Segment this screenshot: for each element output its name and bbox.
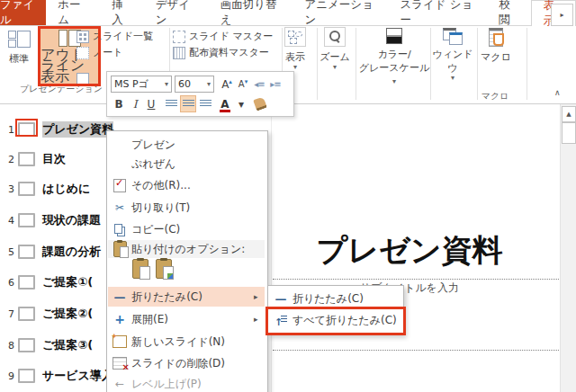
color-grayscale-label-2: グレースケール ▾: [358, 61, 430, 86]
menu-item-suggestion-2[interactable]: ぷれぜん: [108, 155, 265, 173]
slide-icon[interactable]: [18, 245, 35, 259]
tab-transitions[interactable]: 画面切り替え: [209, 0, 293, 25]
submenu-item-collapse[interactable]: — 折りたたみ(C): [269, 289, 400, 308]
spellcheck-icon: ✓: [113, 179, 126, 192]
bold-button[interactable]: B: [112, 96, 126, 111]
tab-file[interactable]: ファイル: [0, 0, 46, 25]
vertical-scrollbar[interactable]: ▲: [560, 103, 576, 392]
tab-home[interactable]: ホーム: [46, 0, 100, 25]
scrollbar-thumb[interactable]: [562, 122, 576, 144]
tab-review[interactable]: 校閲: [487, 0, 530, 25]
align-center-icon: [183, 100, 194, 108]
submenu-arrow-icon: ▸: [254, 315, 265, 324]
normal-view-label: 標準: [9, 52, 29, 66]
outline-row-5[interactable]: 5 課題の分析: [0, 244, 101, 260]
slide-title-text[interactable]: サービス導入: [42, 368, 113, 384]
zoom-button[interactable]: ズーム ▾: [317, 27, 353, 71]
handout-master-button[interactable]: 配布資料マスター: [173, 46, 269, 59]
group-separator: [526, 28, 527, 100]
show-button[interactable]: 表示 ▾: [277, 27, 313, 71]
notes-button[interactable]: ノート: [76, 46, 123, 59]
tab-scroll-right-button[interactable]: ▸: [551, 4, 573, 26]
slide-title-placeholder[interactable]: プレゼン資料: [270, 230, 549, 272]
slide-title-text[interactable]: ご提案③(: [42, 337, 93, 353]
font-size-dropdown-icon: ▾: [207, 81, 211, 88]
scroll-up-button[interactable]: ▲: [562, 106, 576, 122]
menu-item-delete-slide[interactable]: ✕ スライドの削除(D): [108, 353, 265, 373]
color-grayscale-button[interactable]: カラー/ グレースケール ▾: [358, 28, 430, 86]
macro-group-label: マクロ: [475, 90, 515, 102]
outline-row-1[interactable]: 1 プレゼン資料: [0, 121, 113, 138]
slide-master-icon: [173, 31, 185, 43]
slide-title-text[interactable]: ご提案①(: [42, 274, 93, 290]
slide-icon[interactable]: [18, 122, 35, 137]
outline-row-6[interactable]: 6 ご提案①(: [0, 274, 93, 290]
format-painter-button[interactable]: [253, 96, 267, 111]
menu-item-more-suggestions[interactable]: ✓ その他(R)...: [108, 175, 265, 195]
slide-sorter-label: スライド一覧: [93, 30, 153, 43]
slide-title-text[interactable]: はじめに: [42, 181, 90, 197]
slide-master-button[interactable]: スライド マスター: [173, 30, 273, 43]
menu-item-expand[interactable]: + 展開(E) ▸: [108, 309, 265, 329]
slide-icon[interactable]: [18, 213, 35, 227]
menu-item-collapse[interactable]: — 折りたたみ(C) ▸: [108, 287, 265, 307]
tab-slideshow[interactable]: スライド ショー: [389, 0, 488, 25]
italic-button[interactable]: I: [128, 96, 142, 111]
slide-icon[interactable]: [18, 338, 35, 352]
slide-title-text[interactable]: プレゼン資料: [42, 121, 113, 138]
font-color-dropdown-icon: ▾: [238, 101, 244, 108]
font-color-button[interactable]: A: [218, 96, 232, 111]
align-right-button[interactable]: [198, 96, 212, 111]
grow-font-button[interactable]: A▴: [220, 76, 234, 92]
slide-icon[interactable]: [18, 307, 35, 321]
font-size-value: 60: [178, 78, 191, 90]
notes-icon: [76, 47, 89, 59]
outline-row-9[interactable]: 9 サービス導入: [0, 368, 113, 384]
slide-icon[interactable]: [18, 369, 35, 383]
collapse-ribbon-button[interactable]: ∧: [554, 88, 561, 97]
paste-keep-formatting-button[interactable]: [132, 259, 148, 279]
menu-item-suggestion-1[interactable]: プレゼン: [108, 136, 265, 154]
align-left-button[interactable]: [164, 96, 178, 111]
scroll-right-icon: ▸: [560, 11, 563, 19]
outline-row-7[interactable]: 7 ご提案②(: [0, 306, 93, 322]
placeholder-border: [273, 350, 559, 351]
menu-item-copy[interactable]: コピー(C): [108, 219, 265, 239]
slide-sorter-button[interactable]: スライド一覧: [76, 30, 153, 43]
macro-button[interactable]: マクロ: [477, 28, 515, 64]
slide-title-text[interactable]: 課題の分析: [42, 244, 101, 260]
submenu-item-collapse-all[interactable]: ↑ すべて折りたたみ(C): [269, 310, 400, 330]
slide-title-text[interactable]: 目次: [42, 151, 66, 167]
menu-item-new-slide[interactable]: ✦ 新しいスライド(N): [108, 332, 265, 352]
font-size-combo[interactable]: 60 ▾: [175, 76, 214, 93]
slide-icon[interactable]: [18, 275, 35, 290]
outline-row-2[interactable]: 2 目次: [0, 151, 66, 167]
align-center-button[interactable]: [180, 95, 196, 112]
shrink-font-button[interactable]: A▾: [236, 76, 250, 92]
outline-row-3[interactable]: 3 はじめに: [0, 181, 90, 197]
tab-insert[interactable]: 挿入: [100, 0, 143, 25]
tab-design[interactable]: デザイン: [144, 0, 209, 25]
tab-animations[interactable]: アニメーション: [292, 0, 388, 25]
slide-number: 1: [0, 124, 14, 136]
slide-icon[interactable]: [18, 152, 35, 166]
new-slide-icon: ✦: [112, 335, 127, 348]
macro-label: マクロ: [481, 50, 511, 64]
scroll-up-icon: ▲: [566, 111, 571, 118]
normal-view-button[interactable]: 標準: [2, 27, 36, 66]
increase-indent-button[interactable]: ▸≡: [268, 76, 283, 92]
slide-icon[interactable]: [18, 182, 35, 196]
menu-item-cut[interactable]: ✂ 切り取り(T): [108, 198, 265, 218]
window-button[interactable]: ウィンドウ ▾: [430, 28, 475, 82]
underline-button[interactable]: U: [144, 96, 158, 111]
font-color-dropdown[interactable]: ▾: [234, 96, 248, 111]
slide-title-text[interactable]: 現状の課題: [42, 212, 101, 228]
font-name-combo[interactable]: MS Pゴ ▾: [111, 76, 172, 93]
paste-as-picture-button[interactable]: [156, 259, 172, 279]
collapse-ribbon-icon: ∧: [554, 88, 561, 97]
decrease-indent-button[interactable]: ◂≡: [252, 76, 266, 92]
slide-title-text[interactable]: ご提案②(: [42, 306, 93, 322]
outline-row-8[interactable]: 8 ご提案③(: [0, 337, 93, 353]
outline-row-4[interactable]: 4 現状の課題: [0, 212, 101, 228]
slide-number: 4: [0, 215, 14, 227]
